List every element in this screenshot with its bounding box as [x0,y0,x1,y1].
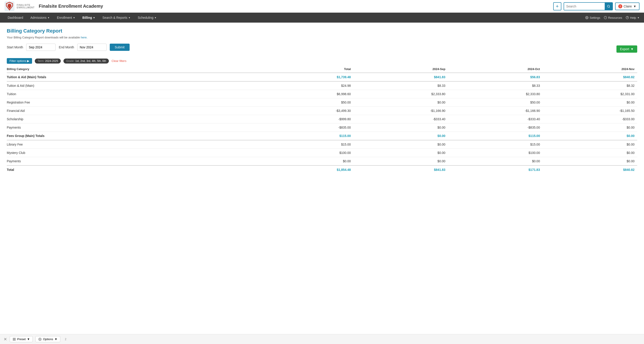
chevron-down-icon: ▼ [93,17,95,19]
top-action-row: Start Month End Month Submit Export ▼ [7,44,637,55]
search-icon [607,5,610,8]
col-header-total: Total [259,66,354,73]
user-menu-button[interactable]: 3 Claire ▼ [615,3,640,10]
cell-sep: $841.83 [354,165,448,174]
nav-label-enrollment: Enrollment [57,16,72,20]
cell-oct: $171.83 [448,165,542,174]
cell-total: -$3,499.30 [259,107,354,115]
cell-sep: $2,333.80 [354,90,448,98]
cell-total: $1,739.48 [259,73,354,81]
nav-item-scheduling[interactable]: Scheduling ▼ [134,14,160,22]
col-header-nov: 2024-Nov [542,66,637,73]
cell-total: $6,998.60 [259,90,354,98]
cell-total: $15.00 [259,140,354,149]
add-button[interactable]: + [553,2,561,11]
top-header: FINALSITE ENROLLMENT Finalsite Enrollmen… [0,0,644,13]
table-row: Tuition & Aid (Main) Totals $1,739.48 $8… [7,73,637,81]
cell-category: Registration Fee [7,98,259,107]
nav-settings[interactable]: Settings [585,16,600,20]
cell-nov: $0.00 [542,123,637,132]
cell-sep: -$333.40 [354,115,448,123]
cell-total: $100.00 [259,149,354,157]
svg-point-3 [607,5,609,7]
search-button[interactable] [605,3,612,10]
svg-point-5 [586,17,587,18]
search-box [564,2,613,11]
cell-category: Payments [7,157,259,166]
col-header-category: Billing Category [7,66,259,73]
nav-label-billing: Billing [82,16,92,20]
end-month-input[interactable] [77,44,106,51]
logo-area: FINALSITE ENROLLMENT Finalsite Enrollmen… [4,1,553,11]
cell-nov: $0.00 [542,149,637,157]
chevron-down-icon: ▼ [73,17,75,19]
clear-filters-button[interactable]: Clear filters [112,59,126,63]
chevron-down-icon: ▼ [48,17,50,19]
cell-sep: $0.00 [354,123,448,132]
cell-sep: $0.00 [354,149,448,157]
search-input[interactable] [564,3,605,10]
cell-oct: -$1,166.90 [448,107,542,115]
cell-nov: $0.00 [542,140,637,149]
cell-oct: $0.00 [448,157,542,166]
cell-total: $1,854.48 [259,165,354,174]
question-icon [626,16,629,19]
table-row: Registration Fee $50.00 $0.00 $50.00 $0.… [7,98,637,107]
nav-item-admissions[interactable]: Admissions ▼ [27,14,53,22]
start-month-input[interactable] [26,44,56,51]
cell-category: Scholarship [7,115,259,123]
page-subtitle: Your Billing Category Report downloads w… [7,36,637,39]
app-title: Finalsite Enrollment Academy [38,4,103,9]
col-header-oct: 2024-Oct [448,66,542,73]
start-month-label: Start Month [7,46,23,49]
cell-category: Payments [7,123,259,132]
nav-item-billing[interactable]: Billing ▼ [79,14,98,22]
resources-label: Resources [608,16,622,20]
filter-options-button[interactable]: Filter options ▶ [7,58,32,64]
cell-nov: $8.32 [542,81,637,90]
table-row: Tuition & Aid (Main) $24.98 $8.33 $8.33 … [7,81,637,90]
nav-label-scheduling: Scheduling [138,16,153,20]
submit-button[interactable]: Submit [110,44,130,51]
cell-total: $115.00 [259,132,354,140]
cell-oct: $100.00 [448,149,542,157]
nav-resources[interactable]: Resources [604,16,622,20]
nav-item-enrollment[interactable]: Enrollment ▼ [54,14,78,22]
cell-sep: -$1,166.90 [354,107,448,115]
header-right: + 3 Claire ▼ [553,2,640,11]
chevron-right-icon: ▶ [27,59,29,63]
table-header: Billing Category Total 2024-Sep 2024-Oct… [7,66,637,73]
chevron-down-icon: ▼ [633,5,636,8]
nav-item-search-reports[interactable]: Search & Reports ▼ [99,14,134,22]
table-row: Library Fee $15.00 $0.00 $15.00 $0.00 [7,140,637,149]
cell-oct: -$333.40 [448,115,542,123]
finalsite-logo [4,1,14,11]
nav-right: Settings Resources Help ▼ [585,16,640,20]
cell-nov: $840.82 [542,165,637,174]
chevron-down-icon: ▼ [128,17,130,19]
nav-help[interactable]: Help ▼ [626,16,640,20]
export-button[interactable]: Export ▼ [616,46,637,53]
table-row: Payments $0.00 $0.00 $0.00 $0.00 [7,157,637,166]
cell-category: Financial Aid [7,107,259,115]
cell-nov: $0.00 [542,157,637,166]
cell-total: $0.00 [259,157,354,166]
notification-badge: 3 [618,4,622,8]
col-header-sep: 2024-Sep [354,66,448,73]
user-name: Claire [624,5,632,8]
main-nav: Dashboard Admissions ▼ Enrollment ▼ Bill… [0,13,644,23]
cell-total: -$999.80 [259,115,354,123]
svg-line-4 [609,7,610,8]
table-row: Fees Group (Main) Totals $115.00 $0.00 $… [7,132,637,140]
settings-label: Settings [590,16,600,20]
nav-item-dashboard[interactable]: Dashboard [4,14,26,22]
here-link[interactable]: here. [81,36,88,39]
cell-total: $24.98 [259,81,354,90]
cell-oct: $115.00 [448,132,542,140]
page-content: Billing Category Report Your Billing Cat… [0,23,644,179]
table-row: Scholarship -$999.80 -$333.40 -$333.40 -… [7,115,637,123]
cell-sep: $0.00 [354,140,448,149]
cell-nov: $0.00 [542,98,637,107]
cell-total: $50.00 [259,98,354,107]
cell-nov: -$333.00 [542,115,637,123]
